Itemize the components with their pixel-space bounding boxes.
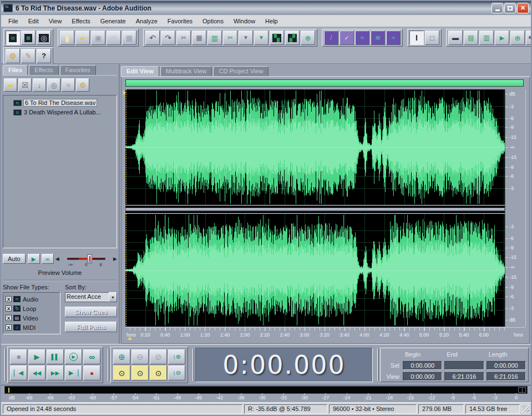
type-audio[interactable]: X ≈ Audio — [6, 294, 58, 304]
sort-select[interactable]: Recent Acce ▼ — [65, 292, 117, 302]
waveform-right-channel[interactable] — [125, 213, 505, 327]
zoom-out-button[interactable]: ⊖ — [131, 349, 149, 364]
vertical-scroll-strip[interactable] — [525, 89, 529, 327]
sort-dropdown-arrow[interactable]: ▼ — [109, 292, 117, 302]
time-display-panel[interactable]: 0:00.000 — [195, 348, 373, 382]
type-midi[interactable]: X ♪ MIDI — [6, 323, 58, 332]
save-as-button[interactable]: ▣ — [107, 31, 121, 45]
options-gear-button[interactable]: ⚙ — [6, 49, 20, 63]
tab-cd-project-view[interactable]: CD Project View — [213, 66, 268, 76]
zoom-sel-button[interactable]: ⊙ — [113, 365, 130, 380]
insert-multitrack-button[interactable]: ↓ — [33, 78, 46, 92]
view-end-field[interactable]: 6:21.016 — [444, 372, 484, 381]
video-checkbox[interactable]: X — [6, 315, 12, 321]
find-beats-button[interactable]: ⊕ — [301, 31, 315, 45]
wave-edit-view-button[interactable]: ≈ — [6, 31, 20, 45]
search-window-button[interactable]: ▤ — [464, 31, 478, 45]
view-begin-field[interactable]: 0:00.000 — [403, 372, 442, 381]
tab-files[interactable]: Files — [3, 65, 28, 75]
convert-sample-type-button[interactable]: ▚ — [270, 31, 284, 45]
fx-filter-button[interactable]: ≈ — [386, 31, 401, 45]
fast-forward-button[interactable]: ▶▶ — [47, 365, 64, 380]
time-window-button[interactable]: 0:15 — [526, 31, 532, 45]
maximize-button[interactable] — [504, 3, 516, 13]
sel-length-field[interactable]: 0:00.000 — [487, 361, 526, 370]
fx-normalize-button[interactable]: ✓ — [340, 31, 354, 45]
tab-edit-view[interactable]: Edit View — [121, 66, 159, 76]
tab-effects[interactable]: Effects — [29, 65, 58, 75]
close-file-button[interactable]: ☒ — [18, 78, 32, 92]
full-paths-button[interactable]: Full Paths — [65, 322, 117, 332]
insert-wave-button[interactable]: ≈ — [62, 78, 75, 92]
view-length-field[interactable]: 6:21.016 — [487, 372, 526, 381]
zoom-right-button[interactable]: ⊙ — [150, 365, 167, 380]
menu-item[interactable]: Generate — [95, 16, 131, 26]
fx-amplify-button[interactable]: ≈ — [355, 31, 369, 45]
marquee-tool-button[interactable]: □ — [425, 31, 439, 45]
cd-project-view-button[interactable]: ◎ — [37, 31, 51, 45]
trim-button[interactable]: ✂ — [176, 31, 191, 45]
type-loop[interactable]: X ↻ Loop — [6, 304, 58, 313]
spectral-view-button[interactable]: ▞ — [285, 31, 300, 45]
go-start-button[interactable]: ▏◀ — [10, 365, 27, 380]
file-item[interactable]: ≈ 3 Death Wispered A Lullab... — [13, 108, 115, 117]
play-window-button[interactable]: ▶ — [495, 31, 509, 45]
paste-button[interactable]: ▼ — [239, 31, 253, 45]
help-button[interactable]: ? — [37, 49, 51, 63]
show-cues-button[interactable]: Show Cues — [65, 307, 117, 317]
cti-marker-top[interactable] — [123, 91, 126, 95]
zoom-window-button[interactable]: ⊕ — [510, 31, 525, 45]
menu-item[interactable]: Help — [260, 16, 283, 26]
zoom-vert-out-button[interactable]: ↕⊖ — [168, 365, 185, 380]
open-window-button[interactable]: ▥ — [479, 31, 494, 45]
level-meter[interactable]: dB -69-66-63-60-57-54-51-48-45-42-39-36-… — [1, 385, 531, 402]
save-all-button[interactable]: ▦ — [122, 31, 136, 45]
db-ruler[interactable]: dB -3 -6 -9 -15 -∞ -15 -9 -6 -3 -3 -6 -9… — [505, 89, 525, 327]
zoom-left-button[interactable]: ⊙ — [131, 365, 149, 380]
waveform-plot[interactable] — [125, 89, 505, 327]
menu-item[interactable]: Window — [229, 16, 260, 26]
menu-item[interactable]: Options — [197, 16, 229, 26]
mix-paste-button[interactable]: ▼ — [254, 31, 268, 45]
volume-down-arrow[interactable]: ◀ — [55, 256, 59, 262]
midi-checkbox[interactable]: X — [6, 324, 12, 330]
auto-play-button[interactable]: Auto — [3, 254, 26, 264]
import-file-button[interactable]: ▰ — [4, 78, 17, 92]
loop-checkbox[interactable]: X — [6, 305, 12, 312]
new-file-button[interactable]: ▮ — [60, 31, 74, 45]
go-end-button[interactable]: ▶▕ — [65, 365, 82, 380]
meter-bar[interactable] — [4, 386, 528, 394]
play-button[interactable]: ▶ — [28, 349, 45, 364]
crop-button[interactable]: ▦ — [192, 31, 206, 45]
redo-button[interactable]: ↷ — [161, 31, 175, 45]
scripts-button[interactable]: ✎ — [21, 49, 36, 63]
audio-checkbox[interactable]: X — [6, 296, 12, 302]
menu-item[interactable]: Effects — [67, 16, 95, 26]
type-video[interactable]: X ▤ Video — [6, 313, 58, 323]
open-file-button[interactable]: ▰ — [75, 31, 90, 45]
workspace-window-button[interactable]: ▬ — [448, 31, 463, 45]
menu-item[interactable]: Analyze — [131, 16, 163, 26]
sel-begin-field[interactable]: 0:00.000 — [403, 361, 442, 370]
tab-favorites[interactable]: Favorites — [60, 65, 96, 75]
zoom-full-button[interactable]: ⊘ — [150, 349, 167, 364]
fx-dynamics-button[interactable]: ≋ — [371, 31, 385, 45]
insert-cd-button[interactable]: ◎ — [47, 78, 60, 92]
loop-button[interactable]: ∞ — [83, 349, 100, 364]
preview-play-button[interactable]: ▶ — [28, 254, 40, 264]
overview-navigation-bar[interactable] — [125, 79, 524, 87]
cut-button[interactable]: ✂ — [223, 31, 237, 45]
rewind-button[interactable]: ◀◀ — [28, 365, 45, 380]
cti-marker-bottom[interactable] — [128, 337, 132, 340]
record-button[interactable]: ● — [83, 365, 100, 380]
file-item[interactable]: ≈ 6 To Rid The Disease.wav — [13, 98, 115, 107]
undo-button[interactable]: ↶ — [145, 31, 160, 45]
minimize-button[interactable] — [492, 3, 503, 13]
title-bar[interactable]: 6 To Rid The Disease.wav - Adobe Auditio… — [1, 1, 531, 15]
ibeam-tool-button[interactable]: I — [409, 31, 424, 45]
zoom-in-button[interactable]: ⊕ — [113, 349, 130, 364]
file-options-gear-button[interactable]: ⚙ — [76, 78, 89, 92]
play-looped-button[interactable]: ▶ — [65, 349, 82, 364]
channel-separator[interactable] — [125, 206, 505, 213]
clip-indicator[interactable] — [518, 387, 526, 393]
